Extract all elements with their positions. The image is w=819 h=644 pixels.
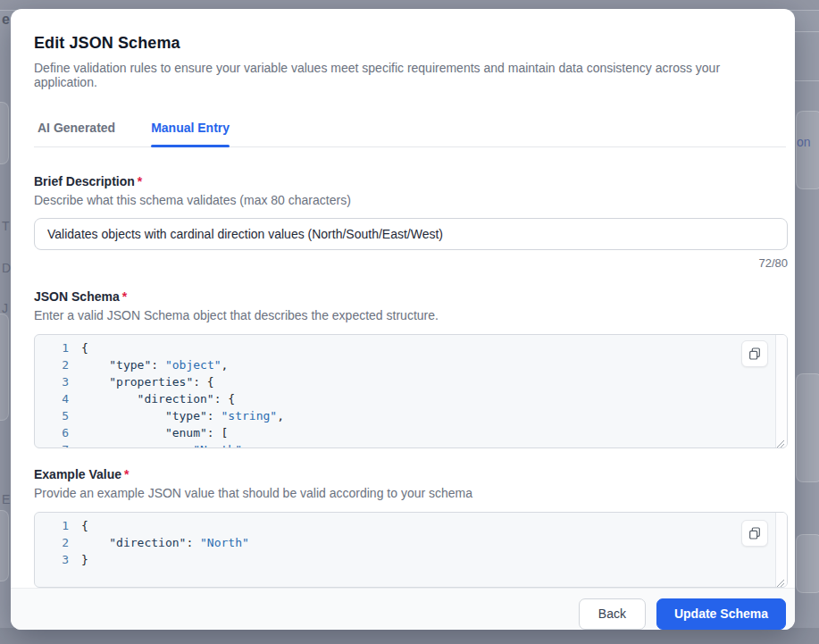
backdrop-panel <box>796 534 819 593</box>
json-schema-label: JSON Schema* <box>34 289 786 304</box>
example-value-helper: Provide an example JSON value that shoul… <box>34 486 786 500</box>
example-value-editor[interactable]: 1{2"direction": "North"3} <box>34 512 788 588</box>
update-schema-button[interactable]: Update Schema <box>656 598 786 630</box>
backdrop-band <box>0 628 819 644</box>
backdrop-divider <box>795 80 819 81</box>
json-schema-helper: Enter a valid JSON Schema object that de… <box>34 308 786 322</box>
backdrop-text-fragment: on <box>797 135 811 149</box>
tab-bar: AI Generated Manual Entry <box>34 121 786 147</box>
back-button[interactable]: Back <box>579 598 646 630</box>
backdrop-panel <box>0 102 9 164</box>
tab-ai-generated[interactable]: AI Generated <box>38 121 115 146</box>
json-schema-code: 1{2"type": "object",3"properties": {4"di… <box>35 335 787 448</box>
dialog-footer: Back Update Schema <box>11 588 795 630</box>
tab-manual-entry[interactable]: Manual Entry <box>151 121 230 146</box>
backdrop-divider <box>795 31 819 32</box>
backdrop-panel <box>0 314 9 421</box>
edit-json-schema-dialog: Edit JSON Schema Define validation rules… <box>11 9 795 630</box>
copy-button[interactable] <box>741 520 768 547</box>
backdrop-text-fragment: T <box>2 219 10 233</box>
brief-description-helper: Describe what this schema validates (max… <box>34 193 786 207</box>
backdrop-text-fragment: E <box>2 492 10 506</box>
required-asterisk: * <box>124 467 129 481</box>
dialog-subtitle: Define validation rules to ensure your v… <box>34 61 786 89</box>
required-asterisk: * <box>122 289 127 304</box>
brief-description-label: Brief Description* <box>34 174 786 188</box>
backdrop-panel <box>0 510 9 581</box>
copy-button[interactable] <box>741 340 768 367</box>
backdrop-text-fragment: D <box>2 261 11 275</box>
backdrop-text-fragment: e <box>2 12 10 28</box>
resize-handle-icon[interactable] <box>775 575 785 585</box>
backdrop-panel <box>796 373 819 482</box>
example-value-code: 1{2"direction": "North"3} <box>35 513 787 568</box>
required-asterisk: * <box>138 174 142 188</box>
brief-description-input[interactable] <box>34 218 788 250</box>
copy-icon <box>748 526 762 540</box>
json-schema-editor[interactable]: 1{2"type": "object",3"properties": {4"di… <box>34 334 788 448</box>
dialog-title: Edit JSON Schema <box>34 34 786 53</box>
char-counter: 72/80 <box>34 256 788 270</box>
tab-label: Manual Entry <box>151 121 230 135</box>
tab-label: AI Generated <box>38 121 115 135</box>
example-value-label: Example Value* <box>34 467 786 481</box>
resize-handle-icon[interactable] <box>775 436 785 446</box>
editor-scrollbar[interactable] <box>775 335 787 447</box>
copy-icon <box>748 347 762 361</box>
backdrop-panel <box>796 111 819 189</box>
